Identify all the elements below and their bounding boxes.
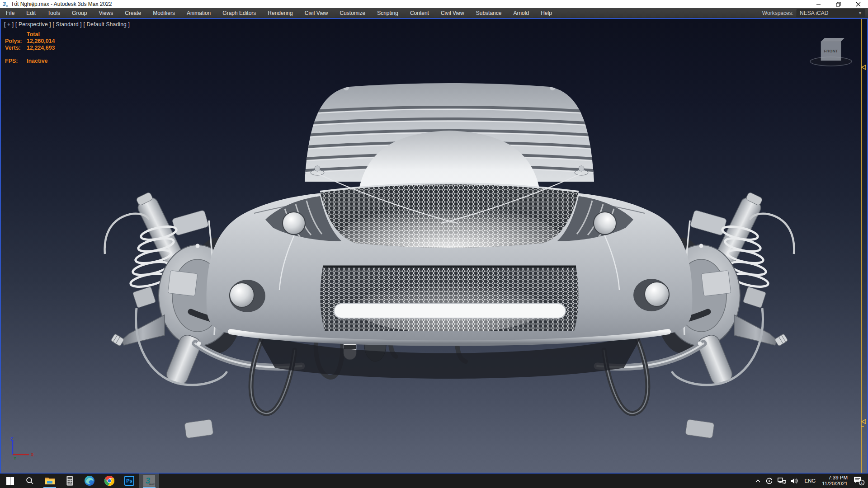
menu-item-civil-view[interactable]: Civil View	[299, 8, 334, 18]
z-axis-label: Z	[10, 436, 13, 441]
menu-item-customize[interactable]: Customize	[334, 8, 372, 18]
clock-time: 7:39 PM	[822, 475, 848, 481]
search-button[interactable]	[20, 474, 40, 488]
panel-collapse-arrow-top[interactable]	[860, 64, 867, 72]
tray-sync-button[interactable]	[763, 474, 775, 488]
close-button[interactable]	[848, 0, 868, 8]
sync-icon	[765, 477, 773, 485]
action-center-button[interactable]: 1	[851, 474, 867, 488]
world-axis-gizmo: Z X Y	[5, 436, 38, 463]
tray-chevron-button[interactable]	[753, 474, 763, 488]
taskbar: Ps 3 MAX	[0, 474, 868, 488]
calculator-icon	[66, 476, 73, 486]
menu-item-substance[interactable]: Substance	[470, 8, 508, 18]
car-model-render	[1, 19, 867, 473]
svg-text:3: 3	[3, 1, 6, 7]
clock-date: 11/20/2021	[822, 481, 848, 487]
3dsmax-taskbar-button[interactable]: 3 MAX	[139, 474, 159, 488]
3dsmax-app-icon: 3	[2, 1, 8, 7]
menu-bar: File Edit Tools Group Views Create Modif…	[0, 8, 868, 18]
edge-icon	[84, 475, 95, 486]
menu-item-group[interactable]: Group	[66, 8, 93, 18]
workspaces-label: Workspaces:	[762, 10, 793, 16]
photoshop-button[interactable]: Ps	[119, 474, 139, 488]
menu-item-file[interactable]: File	[0, 8, 20, 18]
restore-icon	[836, 2, 841, 7]
close-icon	[856, 2, 861, 7]
viewcube-front-face: FRONT	[824, 49, 838, 53]
title-bar: 3 Tốt Nghiệp.max - Autodesk 3ds Max 2022	[0, 0, 868, 8]
restore-button[interactable]	[828, 0, 848, 8]
photoshop-icon: Ps	[124, 476, 134, 486]
menu-item-rendering[interactable]: Rendering	[262, 8, 298, 18]
workspace-value: NESA iCAD	[800, 10, 828, 16]
fog-lamp-left	[229, 280, 265, 312]
menu-item-create[interactable]: Create	[119, 8, 147, 18]
workspaces-area: Workspaces: NESA iCAD ▼	[762, 8, 865, 18]
taskbar-clock[interactable]: 7:39 PM 11/20/2021	[819, 475, 851, 487]
x-axis-label: X	[31, 452, 34, 457]
viewcube[interactable]: FRONT	[808, 33, 855, 77]
menu-item-animation[interactable]: Animation	[181, 8, 217, 18]
notification-icon: 1	[853, 476, 865, 486]
notification-badge: 1	[861, 481, 863, 485]
menu-item-civil-view-2[interactable]: Civil View	[435, 8, 470, 18]
network-icon	[778, 478, 786, 484]
viewport-label[interactable]: [ + ] [ Perspective ] [ Standard ] [ Def…	[4, 21, 130, 28]
viewport-canvas[interactable]: [ + ] [ Perspective ] [ Standard ] [ Def…	[0, 18, 868, 474]
menu-item-tools[interactable]: Tools	[42, 8, 66, 18]
window-title: Tốt Nghiệp.max - Autodesk 3ds Max 2022	[11, 1, 112, 7]
edge-button[interactable]	[80, 474, 99, 488]
search-icon	[26, 477, 34, 485]
chevron-up-icon	[755, 478, 761, 484]
tray-network-button[interactable]	[775, 474, 788, 488]
chevron-down-icon: ▼	[858, 11, 862, 15]
file-explorer-icon	[44, 476, 55, 485]
svg-text:MAX: MAX	[149, 483, 155, 486]
minimize-button[interactable]	[808, 0, 828, 8]
3dsmax-icon: 3 MAX	[143, 475, 155, 487]
screen: 3 Tốt Nghiệp.max - Autodesk 3ds Max 2022…	[0, 0, 868, 488]
start-button[interactable]	[0, 474, 20, 488]
menu-item-help[interactable]: Help	[535, 8, 558, 18]
stats-verts-row: Verts:12,224,693	[5, 45, 55, 52]
panel-collapse-arrow-bottom[interactable]	[860, 418, 867, 429]
file-explorer-button[interactable]	[40, 474, 60, 488]
stats-polys-row: Polys:12,260,014	[5, 38, 55, 45]
stats-total-row: Total	[5, 31, 55, 38]
menu-item-modifiers[interactable]: Modifiers	[147, 8, 181, 18]
menu-item-content[interactable]: Content	[404, 8, 435, 18]
tray-volume-button[interactable]	[788, 474, 801, 488]
led-light-bar	[334, 304, 566, 318]
menu-item-graph-editors[interactable]: Graph Editors	[217, 8, 262, 18]
chrome-button[interactable]	[99, 474, 119, 488]
window-controls	[808, 0, 868, 8]
minimize-icon	[816, 2, 821, 7]
workspace-dropdown[interactable]: NESA iCAD ▼	[797, 9, 865, 17]
chrome-icon	[104, 475, 115, 486]
stats-fps-row: FPS:Inactive	[5, 58, 55, 65]
viewport-statistics: Total Polys:12,260,014 Verts:12,224,693 …	[5, 31, 55, 65]
calculator-button[interactable]	[60, 474, 80, 488]
speaker-icon	[791, 478, 799, 484]
menu-item-edit[interactable]: Edit	[20, 8, 42, 18]
system-tray: ENG 7:39 PM 11/20/2021 1	[753, 474, 868, 488]
menu-item-arnold[interactable]: Arnold	[507, 8, 535, 18]
y-axis-label: Y	[14, 456, 16, 460]
menu-item-scripting[interactable]: Scripting	[371, 8, 404, 18]
menu-item-views[interactable]: Views	[93, 8, 119, 18]
language-indicator[interactable]: ENG	[801, 474, 819, 488]
fog-lamp-right	[633, 279, 670, 311]
windows-logo-icon	[6, 477, 14, 485]
command-panel-splitter[interactable]	[861, 19, 862, 473]
